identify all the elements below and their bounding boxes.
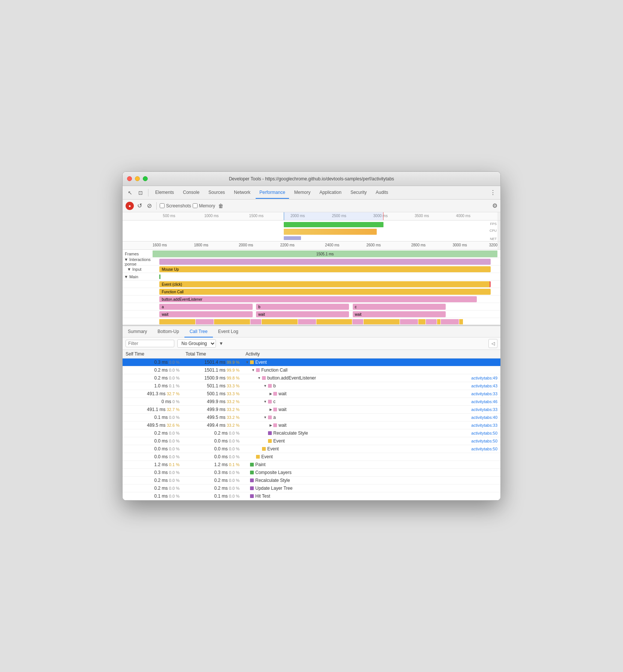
close-button[interactable] xyxy=(127,176,132,181)
tab-bottom-up[interactable]: Bottom-Up xyxy=(152,326,184,338)
wait-b-block: wait xyxy=(256,311,349,317)
minimize-button[interactable] xyxy=(135,176,140,181)
activity-link[interactable]: activitytabs:49 xyxy=(471,376,497,380)
ruler-tick-1000: 1000 ms xyxy=(204,214,219,218)
ruler2-3200: 3200 xyxy=(489,243,497,247)
frames-label: Frames xyxy=(123,252,153,256)
screenshots-checkbox[interactable] xyxy=(160,203,165,208)
total-time-cell: 499.5 ms 33.2 % xyxy=(183,414,243,422)
filter-input[interactable] xyxy=(126,340,174,347)
table-row[interactable]: 1.2 ms 0.1 %1.2 ms 0.1 % Paint xyxy=(123,461,500,469)
self-time-cell: 0.1 ms 0.0 % xyxy=(123,492,183,500)
frames-content: 1505.1 ms xyxy=(153,250,497,258)
table-row[interactable]: 0.1 ms 0.0 %0.1 ms 0.0 % Hit Test xyxy=(123,492,500,500)
tab-event-log[interactable]: Event Log xyxy=(213,326,244,338)
table-row[interactable]: 0.2 ms 0.0 %0.2 ms 0.0 % Recalculate Sty… xyxy=(123,477,500,484)
tab-summary[interactable]: Summary xyxy=(123,326,152,338)
main-label-row: ▼ Main xyxy=(123,273,500,280)
stop-button[interactable]: ⊘ xyxy=(145,202,153,210)
cursor-icon[interactable]: ↖ xyxy=(126,188,135,197)
maximize-button[interactable] xyxy=(143,176,148,181)
ruler-scrollbar xyxy=(497,212,500,220)
tab-call-tree[interactable]: Call Tree xyxy=(184,326,213,338)
addeventlistener-track: button.addEventListener xyxy=(123,296,500,303)
activity-link[interactable]: activitytabs:33 xyxy=(471,392,497,396)
activity-cell: ▼ Event xyxy=(243,358,500,366)
self-time-cell: 489.5 ms 32.6 % xyxy=(123,422,183,429)
tab-security[interactable]: Security xyxy=(347,187,370,199)
table-row[interactable]: 0.0 ms 0.0 %0.0 ms 0.0 % Event xyxy=(123,453,500,461)
wait-c-block: wait xyxy=(353,311,446,317)
activity-cell: Event activitytabs:50 xyxy=(243,437,500,445)
memory-text: Memory xyxy=(199,203,215,208)
table-row[interactable]: 0.0 ms 0.0 %0.0 ms 0.0 % Event activityt… xyxy=(123,445,500,453)
activity-cell: Event activitytabs:50 xyxy=(243,445,500,453)
small-bars xyxy=(159,319,463,324)
reload-record-button[interactable]: ↺ xyxy=(135,202,144,210)
table-row[interactable]: 0.2 ms 0.0 %1500.9 ms 99.8 % ▼ button.ad… xyxy=(123,374,500,382)
activity-cell: ▼ a activitytabs:40 xyxy=(243,414,500,422)
total-time-cell: 0.2 ms 0.0 % xyxy=(183,484,243,492)
activity-cell: ▶ wait activitytabs:33 xyxy=(243,390,500,398)
record-button[interactable]: ● xyxy=(126,202,134,210)
table-row[interactable]: 491.1 ms 32.7 %499.9 ms 33.2 % ▶ wait ac… xyxy=(123,406,500,414)
self-time-cell: 0.3 ms 0.0 % xyxy=(123,358,183,366)
activity-link[interactable]: activitytabs:46 xyxy=(471,399,497,404)
tab-network[interactable]: Network xyxy=(230,187,254,199)
total-time-cell: 501.1 ms 33.3 % xyxy=(183,382,243,390)
input-block: Mouse Up xyxy=(159,266,490,272)
tab-console[interactable]: Console xyxy=(179,187,203,199)
more-tabs-button[interactable]: ⋮ xyxy=(488,188,497,197)
table-row[interactable]: 0.1 ms 0.0 %499.5 ms 33.2 % ▼ a activity… xyxy=(123,414,500,422)
time-selection[interactable] xyxy=(284,212,384,220)
b-block: b xyxy=(256,304,349,310)
table-row[interactable]: 1.0 ms 0.1 %501.1 ms 33.3 % ▼ b activity… xyxy=(123,382,500,390)
tab-application[interactable]: Application xyxy=(316,187,345,199)
self-time-cell: 0 ms 0 % xyxy=(123,398,183,406)
call-tree-table-container[interactable]: Self Time Total Time Activity 0.3 ms 0.0… xyxy=(123,350,500,500)
activity-link[interactable]: activitytabs:40 xyxy=(471,415,497,420)
ruler-tick-4000: 4000 ms xyxy=(456,214,470,218)
activity-link[interactable]: activitytabs:50 xyxy=(471,447,497,451)
activity-cell: ▼ Function Call xyxy=(243,366,500,374)
table-row[interactable]: 0.2 ms 0.0 %1501.1 ms 99.9 % ▼ Function … xyxy=(123,366,500,374)
settings-icon[interactable]: ⚙ xyxy=(492,202,497,209)
table-row[interactable]: 0.2 ms 0.0 %0.2 ms 0.0 % Update Layer Tr… xyxy=(123,484,500,492)
total-time-cell: 0.2 ms 0.0 % xyxy=(183,477,243,484)
tab-memory[interactable]: Memory xyxy=(291,187,314,199)
tab-elements[interactable]: Elements xyxy=(151,187,178,199)
tab-sources[interactable]: Sources xyxy=(205,187,229,199)
grouping-select[interactable]: No Grouping URL Activity Category xyxy=(177,339,216,348)
table-row[interactable]: 489.5 ms 32.6 %499.4 ms 33.2 % ▶ wait ac… xyxy=(123,422,500,429)
table-row[interactable]: 0.3 ms 0.0 %0.3 ms 0.0 % Composite Layer… xyxy=(123,469,500,477)
activity-link[interactable]: activitytabs:50 xyxy=(471,439,497,443)
timeline-container: 500 ms 1000 ms 1500 ms 2000 ms 2500 ms 3… xyxy=(123,212,500,326)
heavy-stack-button[interactable]: ◁ xyxy=(488,339,497,348)
grouping-dropdown-icon[interactable]: ▼ xyxy=(219,341,223,346)
self-time-cell: 491.1 ms 32.7 % xyxy=(123,406,183,414)
activity-cell: Composite Layers xyxy=(243,469,500,477)
activity-cell: Paint xyxy=(243,461,500,469)
memory-label[interactable]: Memory xyxy=(193,203,215,208)
tab-performance[interactable]: Performance xyxy=(256,187,289,199)
screenshots-text: Screenshots xyxy=(166,203,191,208)
table-row[interactable]: 0.3 ms 0.0 %1501.4 ms 99.9 % ▼ Event xyxy=(123,358,500,366)
table-row[interactable]: 0.2 ms 0.0 %0.2 ms 0.0 % Recalculate Sty… xyxy=(123,429,500,437)
table-row[interactable]: 0.0 ms 0.0 %0.0 ms 0.0 % Event activityt… xyxy=(123,437,500,445)
ruler2-2600: 2600 ms xyxy=(366,243,380,247)
activity-cell: ▶ wait activitytabs:33 xyxy=(243,422,500,429)
table-row[interactable]: 491.3 ms 32.7 %500.1 ms 33.3 % ▶ wait ac… xyxy=(123,390,500,398)
dock-icon[interactable]: ⊡ xyxy=(136,188,145,197)
activity-link[interactable]: activitytabs:33 xyxy=(471,423,497,428)
activity-link[interactable]: activitytabs:33 xyxy=(471,407,497,412)
activity-link[interactable]: activitytabs:43 xyxy=(471,384,497,388)
clear-button[interactable]: 🗑 xyxy=(218,203,223,209)
table-row[interactable]: 0 ms 0 %499.9 ms 33.2 % ▼ c activitytabs… xyxy=(123,398,500,406)
activity-link[interactable]: activitytabs:50 xyxy=(471,431,497,435)
memory-checkbox[interactable] xyxy=(193,203,198,208)
bottom-ruler: 1600 ms 1800 ms 2000 ms 2200 ms 2400 ms … xyxy=(123,242,500,250)
interactions-block xyxy=(159,259,490,265)
tab-audits[interactable]: Audits xyxy=(372,187,392,199)
screenshots-label[interactable]: Screenshots xyxy=(160,203,191,208)
wait-content: wait wait wait xyxy=(153,310,497,318)
